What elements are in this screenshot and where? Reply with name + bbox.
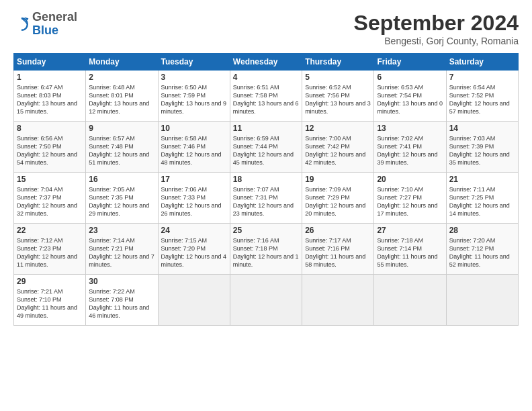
day-info: Sunrise: 7:20 AMSunset: 7:12 PMDaylight:… [449,236,515,269]
day-number: 16 [89,175,154,184]
calendar-week-2: 8Sunrise: 6:56 AMSunset: 7:50 PMDaylight… [14,122,519,173]
day-info: Sunrise: 7:09 AMSunset: 7:29 PMDaylight:… [305,185,371,218]
col-sunday: Sunday [14,54,86,71]
day-number: 30 [89,277,154,286]
logo: General Blue [13,11,77,38]
calendar-cell: 12Sunrise: 7:00 AMSunset: 7:42 PMDayligh… [302,122,374,173]
calendar-cell: 7Sunrise: 6:54 AMSunset: 7:52 PMDaylight… [446,71,518,122]
day-number: 12 [305,124,371,133]
day-number: 7 [449,73,515,82]
calendar-cell: 18Sunrise: 7:07 AMSunset: 7:31 PMDayligh… [230,173,302,224]
header-row: Sunday Monday Tuesday Wednesday Thursday… [14,54,519,71]
location: Bengesti, Gorj County, Romania [354,36,519,46]
day-info: Sunrise: 6:57 AMSunset: 7:48 PMDaylight:… [89,134,154,167]
day-number: 1 [17,73,83,82]
day-number: 3 [161,73,227,82]
day-number: 8 [17,124,83,133]
calendar-page: General Blue September 2024 Bengesti, Go… [0,0,532,411]
day-number: 28 [449,226,515,235]
calendar-cell: 3Sunrise: 6:50 AMSunset: 7:59 PMDaylight… [158,71,230,122]
calendar-cell: 24Sunrise: 7:15 AMSunset: 7:20 PMDayligh… [158,224,230,275]
col-tuesday: Tuesday [158,54,230,71]
calendar-cell: 28Sunrise: 7:20 AMSunset: 7:12 PMDayligh… [446,224,518,275]
day-info: Sunrise: 7:06 AMSunset: 7:33 PMDaylight:… [161,185,227,218]
calendar-cell: 22Sunrise: 7:12 AMSunset: 7:23 PMDayligh… [14,224,86,275]
calendar-cell [158,275,230,326]
day-info: Sunrise: 7:11 AMSunset: 7:25 PMDaylight:… [449,185,515,218]
calendar-cell: 13Sunrise: 7:02 AMSunset: 7:41 PMDayligh… [374,122,446,173]
calendar-cell: 5Sunrise: 6:52 AMSunset: 7:56 PMDaylight… [302,71,374,122]
day-info: Sunrise: 7:12 AMSunset: 7:23 PMDaylight:… [17,236,83,269]
day-number: 24 [161,226,227,235]
col-wednesday: Wednesday [230,54,302,71]
day-number: 6 [377,73,443,82]
day-info: Sunrise: 7:05 AMSunset: 7:35 PMDaylight:… [89,185,154,218]
calendar-week-4: 22Sunrise: 7:12 AMSunset: 7:23 PMDayligh… [14,224,519,275]
day-number: 17 [161,175,227,184]
day-info: Sunrise: 7:07 AMSunset: 7:31 PMDaylight:… [233,185,299,218]
calendar-cell: 29Sunrise: 7:21 AMSunset: 7:10 PMDayligh… [14,275,86,326]
calendar-cell: 6Sunrise: 6:53 AMSunset: 7:54 PMDaylight… [374,71,446,122]
title-block: September 2024 Bengesti, Gorj County, Ro… [354,11,519,46]
calendar-cell: 10Sunrise: 6:58 AMSunset: 7:46 PMDayligh… [158,122,230,173]
calendar-table: Sunday Monday Tuesday Wednesday Thursday… [13,53,519,326]
calendar-cell: 23Sunrise: 7:14 AMSunset: 7:21 PMDayligh… [86,224,158,275]
day-number: 27 [377,226,443,235]
calendar-cell: 27Sunrise: 7:18 AMSunset: 7:14 PMDayligh… [374,224,446,275]
day-info: Sunrise: 7:02 AMSunset: 7:41 PMDaylight:… [377,134,443,167]
calendar-week-3: 15Sunrise: 7:04 AMSunset: 7:37 PMDayligh… [14,173,519,224]
day-info: Sunrise: 7:21 AMSunset: 7:10 PMDaylight:… [17,287,83,320]
calendar-cell: 4Sunrise: 6:51 AMSunset: 7:58 PMDaylight… [230,71,302,122]
calendar-cell: 30Sunrise: 7:22 AMSunset: 7:08 PMDayligh… [86,275,158,326]
day-number: 5 [305,73,371,82]
day-info: Sunrise: 7:00 AMSunset: 7:42 PMDaylight:… [305,134,371,167]
day-info: Sunrise: 6:53 AMSunset: 7:54 PMDaylight:… [377,83,443,116]
calendar-cell: 26Sunrise: 7:17 AMSunset: 7:16 PMDayligh… [302,224,374,275]
day-number: 22 [17,226,83,235]
calendar-cell: 17Sunrise: 7:06 AMSunset: 7:33 PMDayligh… [158,173,230,224]
calendar-cell [374,275,446,326]
col-friday: Friday [374,54,446,71]
day-number: 11 [233,124,299,133]
calendar-cell: 11Sunrise: 6:59 AMSunset: 7:44 PMDayligh… [230,122,302,173]
day-number: 10 [161,124,227,133]
calendar-cell: 14Sunrise: 7:03 AMSunset: 7:39 PMDayligh… [446,122,518,173]
day-info: Sunrise: 6:59 AMSunset: 7:44 PMDaylight:… [233,134,299,167]
calendar-cell: 19Sunrise: 7:09 AMSunset: 7:29 PMDayligh… [302,173,374,224]
calendar-cell: 8Sunrise: 6:56 AMSunset: 7:50 PMDaylight… [14,122,86,173]
day-number: 25 [233,226,299,235]
logo-icon [13,16,30,32]
day-info: Sunrise: 7:15 AMSunset: 7:20 PMDaylight:… [161,236,227,269]
calendar-week-5: 29Sunrise: 7:21 AMSunset: 7:10 PMDayligh… [14,275,519,326]
day-number: 29 [17,277,83,286]
calendar-cell: 1Sunrise: 6:47 AMSunset: 8:03 PMDaylight… [14,71,86,122]
day-info: Sunrise: 6:56 AMSunset: 7:50 PMDaylight:… [17,134,83,167]
day-info: Sunrise: 7:04 AMSunset: 7:37 PMDaylight:… [17,185,83,218]
day-info: Sunrise: 6:52 AMSunset: 7:56 PMDaylight:… [305,83,371,116]
day-number: 4 [233,73,299,82]
day-number: 21 [449,175,515,184]
calendar-cell: 15Sunrise: 7:04 AMSunset: 7:37 PMDayligh… [14,173,86,224]
calendar-cell: 9Sunrise: 6:57 AMSunset: 7:48 PMDaylight… [86,122,158,173]
logo-general: General [32,10,77,24]
day-info: Sunrise: 7:14 AMSunset: 7:21 PMDaylight:… [89,236,154,269]
day-info: Sunrise: 6:54 AMSunset: 7:52 PMDaylight:… [449,83,515,116]
calendar-cell [302,275,374,326]
calendar-cell: 21Sunrise: 7:11 AMSunset: 7:25 PMDayligh… [446,173,518,224]
day-number: 13 [377,124,443,133]
calendar-cell: 25Sunrise: 7:16 AMSunset: 7:18 PMDayligh… [230,224,302,275]
col-saturday: Saturday [446,54,518,71]
logo-text-block: General Blue [32,11,77,38]
day-info: Sunrise: 7:10 AMSunset: 7:27 PMDaylight:… [377,185,443,218]
day-number: 20 [377,175,443,184]
calendar-cell [446,275,518,326]
day-number: 19 [305,175,371,184]
calendar-cell [230,275,302,326]
day-info: Sunrise: 6:47 AMSunset: 8:03 PMDaylight:… [17,83,83,116]
day-info: Sunrise: 7:03 AMSunset: 7:39 PMDaylight:… [449,134,515,167]
day-info: Sunrise: 6:48 AMSunset: 8:01 PMDaylight:… [89,83,154,116]
day-number: 15 [17,175,83,184]
day-number: 26 [305,226,371,235]
day-info: Sunrise: 7:16 AMSunset: 7:18 PMDaylight:… [233,236,299,269]
day-info: Sunrise: 6:51 AMSunset: 7:58 PMDaylight:… [233,83,299,116]
